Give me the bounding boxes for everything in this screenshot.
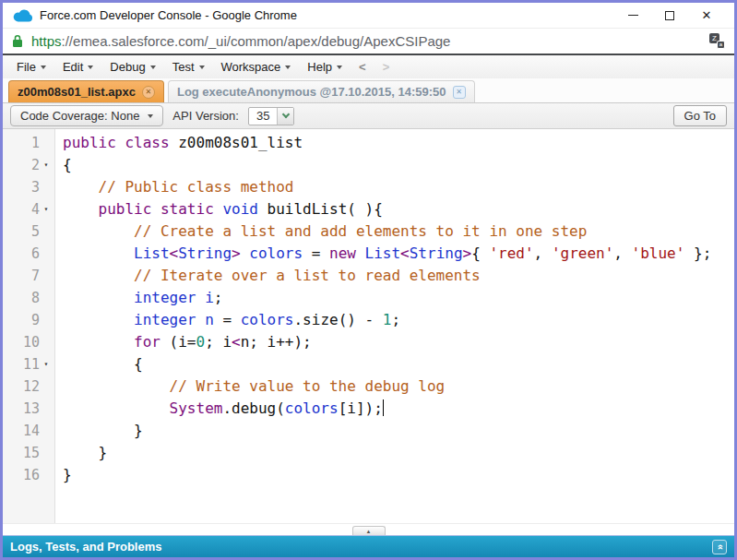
code-line-13[interactable]: System.debug(colors[i]); xyxy=(63,398,734,420)
code-token: String xyxy=(410,244,463,262)
tab-execute-log[interactable]: Log executeAnonymous @17.10.2015, 14:59:… xyxy=(168,80,475,102)
menu-bar: FileEditDebugTestWorkspaceHelp < > xyxy=(3,55,734,78)
code-token xyxy=(241,244,250,262)
url-scheme: https xyxy=(31,33,62,49)
maximize-button[interactable] xyxy=(651,5,688,27)
minimize-button[interactable] xyxy=(614,5,651,27)
code-line-16[interactable]: } xyxy=(63,464,734,486)
code-coverage-dropdown[interactable]: Code Coverage: None xyxy=(10,105,163,126)
line-number-gutter: 12345678910111213141516 xyxy=(3,129,55,523)
code-token: , xyxy=(613,244,631,262)
translate-icon-glyph-2 xyxy=(717,41,725,49)
gutter-line-1: 1 xyxy=(3,132,54,154)
logs-panel-header[interactable]: Logs, Tests, and Problems xyxy=(3,535,734,557)
code-token: i xyxy=(205,289,214,306)
lock-icon[interactable] xyxy=(12,34,23,48)
code-line-3[interactable]: // Public class method xyxy=(63,176,734,198)
code-line-15[interactable]: } xyxy=(63,442,734,464)
gutter-line-9: 9 xyxy=(3,309,54,331)
code-token xyxy=(196,311,206,328)
code-token xyxy=(63,200,99,218)
code-token: { xyxy=(471,244,489,262)
code-token: colors xyxy=(249,244,303,262)
code-line-1[interactable]: public class z00m08s01_list xyxy=(63,132,734,154)
api-version-select[interactable]: 35 xyxy=(248,107,294,125)
code-line-2[interactable]: { xyxy=(63,154,734,176)
tab-apex-class[interactable]: z00m08s01_list.apxc xyxy=(8,80,164,102)
tab-close-icon[interactable] xyxy=(453,86,466,99)
code-line-4[interactable]: public static void buildList( ){ xyxy=(63,198,734,220)
fold-arrow-icon[interactable] xyxy=(40,353,53,375)
api-version-label: API Version: xyxy=(172,109,239,123)
code-line-10[interactable]: for (i=0; i<n; i++); xyxy=(63,331,734,353)
code-token: integer xyxy=(134,311,196,328)
code-token: }; xyxy=(684,244,711,262)
code-token: < xyxy=(232,333,241,351)
menu-file[interactable]: File xyxy=(8,56,54,77)
code-token: { xyxy=(63,156,72,173)
code-token xyxy=(63,244,134,262)
panel-splitter[interactable] xyxy=(3,523,734,535)
browser-window: Force.com Developer Console - Google Chr… xyxy=(0,0,737,560)
expand-panel-icon[interactable] xyxy=(712,540,727,554)
translate-icon[interactable] xyxy=(707,33,725,49)
code-line-6[interactable]: List<String> colors = new List<String>{ … xyxy=(63,243,734,265)
go-to-button[interactable]: Go To xyxy=(673,105,727,126)
line-number: 13 xyxy=(23,398,40,420)
fold-arrow-icon[interactable] xyxy=(40,198,53,220)
nav-forward-button[interactable]: > xyxy=(374,60,398,74)
url-path: ://emea.salesforce.com/_ui/common/apex/d… xyxy=(62,33,451,49)
gutter-line-10: 10 xyxy=(3,331,54,353)
fold-arrow-icon[interactable] xyxy=(40,154,53,176)
code-token: ; i xyxy=(205,333,232,351)
code-token: // Write value to the debug log xyxy=(170,377,446,395)
code-line-11[interactable]: { xyxy=(63,353,734,375)
menu-item-label: Debug xyxy=(110,60,145,74)
code-token: 'red' xyxy=(489,244,533,262)
gutter-line-11: 11 xyxy=(3,353,54,375)
chevron-down-icon xyxy=(88,66,93,69)
gutter-line-15: 15 xyxy=(3,442,54,464)
menu-test[interactable]: Test xyxy=(164,56,213,77)
menu-item-label: Help xyxy=(307,60,332,74)
nav-back-button[interactable]: < xyxy=(351,60,374,74)
code-pane[interactable]: public class z00m08s01_list{ // Public c… xyxy=(55,129,734,523)
close-button[interactable] xyxy=(688,5,725,27)
code-token: = xyxy=(303,244,329,262)
code-line-14[interactable]: } xyxy=(63,420,734,442)
code-token xyxy=(63,311,134,328)
code-token: colors xyxy=(241,311,294,328)
menu-items: FileEditDebugTestWorkspaceHelp xyxy=(8,56,351,77)
code-line-9[interactable]: integer n = colors.size() - 1; xyxy=(63,309,734,331)
code-token: > xyxy=(463,244,472,262)
gutter-line-16: 16 xyxy=(3,464,54,486)
code-line-7[interactable]: // Iterate over a list to read elements xyxy=(63,265,734,287)
splitter-collapse-handle[interactable] xyxy=(352,526,386,535)
code-line-8[interactable]: integer i; xyxy=(63,287,734,309)
menu-item-label: Edit xyxy=(63,60,83,74)
salesforce-cloud-icon xyxy=(12,8,32,22)
url-bar: https://emea.salesforce.com/_ui/common/a… xyxy=(3,28,734,55)
code-line-5[interactable]: // Create a list and add elements to it … xyxy=(63,220,734,243)
tab-close-icon[interactable] xyxy=(142,86,155,99)
menu-workspace[interactable]: Workspace xyxy=(213,56,300,77)
code-token xyxy=(63,267,134,284)
api-version-arrow[interactable] xyxy=(277,108,293,125)
code-token xyxy=(63,399,170,417)
code-token: for xyxy=(134,333,160,351)
menu-help[interactable]: Help xyxy=(299,56,351,77)
chevron-down-icon xyxy=(337,66,342,69)
code-token: n; i++); xyxy=(241,333,312,351)
line-number: 9 xyxy=(31,309,40,331)
line-number: 5 xyxy=(31,220,40,243)
line-number: 6 xyxy=(31,243,40,265)
menu-edit[interactable]: Edit xyxy=(54,56,101,77)
code-token xyxy=(63,333,134,351)
code-token xyxy=(63,222,134,240)
menu-debug[interactable]: Debug xyxy=(101,56,163,77)
code-line-12[interactable]: // Write value to the debug log xyxy=(63,375,734,398)
code-token: List xyxy=(134,244,170,262)
line-number: 8 xyxy=(31,287,40,309)
address-input[interactable]: https://emea.salesforce.com/_ui/common/a… xyxy=(31,33,450,49)
code-token: new xyxy=(329,244,356,262)
